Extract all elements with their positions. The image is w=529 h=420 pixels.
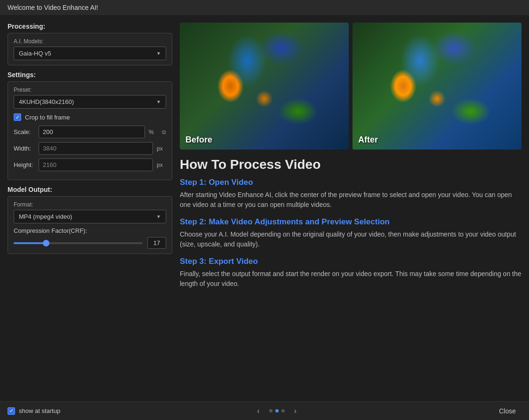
crop-to-fill-checkbox[interactable] [14, 113, 21, 121]
height-label: Height: [14, 161, 35, 168]
settings-section-title: Settings: [8, 71, 172, 79]
slider-track [14, 242, 143, 244]
copy-icon[interactable]: ⧉ [162, 129, 166, 135]
after-label: After [358, 135, 378, 145]
width-input[interactable] [39, 142, 153, 155]
show-at-startup-checkbox[interactable] [8, 407, 15, 415]
bottom-left: show at startup [8, 407, 60, 415]
compression-slider-row [14, 237, 166, 249]
title-bar: Welcome to Video Enhance AI! [0, 0, 529, 15]
processing-box: A.I. Models: Gaia-HQ v5 ▼ [8, 33, 172, 65]
chevron-down-icon: ▼ [156, 214, 161, 219]
step1-text: After starting Video Enhance AI, click t… [180, 190, 521, 210]
right-panel: Before After How To Process Video Step 1… [180, 23, 521, 394]
height-input[interactable] [39, 158, 153, 171]
height-row: Height: px [14, 158, 166, 171]
preset-value: 4KUHD(3840x2160) [19, 98, 74, 105]
after-preview: After [353, 23, 521, 150]
preset-label: Preset: [14, 87, 166, 93]
chevron-down-icon: ▼ [156, 99, 161, 104]
scale-label: Scale: [14, 128, 35, 135]
step3-heading: Step 3: Export Video [180, 257, 521, 266]
instructions-section: How To Process Video Step 1: Open Video … [180, 157, 521, 296]
chevron-down-icon: ▼ [156, 51, 161, 56]
prev-button[interactable]: ‹ [253, 405, 263, 417]
next-button[interactable]: › [290, 405, 300, 417]
processing-section-title: Processing: [8, 23, 172, 30]
crop-checkbox-row: Crop to fill frame [14, 113, 166, 121]
step1: Step 1: Open Video After starting Video … [180, 178, 521, 210]
dot-2[interactable] [275, 409, 279, 412]
crop-to-fill-label: Crop to fill frame [25, 114, 70, 121]
model-output-section: Model Output: Format: MP4 (mpeg4 video) … [8, 186, 172, 254]
scale-unit: % [149, 129, 158, 135]
app-title: Welcome to Video Enhance AI! [8, 4, 98, 11]
step2: Step 2: Make Video Adjustments and Previ… [180, 217, 521, 249]
compression-label: Compression Factor(CRF): [14, 227, 166, 234]
step2-heading: Step 2: Make Video Adjustments and Previ… [180, 217, 521, 227]
format-dropdown[interactable]: MP4 (mpeg4 video) ▼ [14, 210, 166, 223]
how-to-title: How To Process Video [180, 157, 521, 172]
left-panel: Processing: A.I. Models: Gaia-HQ v5 ▼ Se… [8, 23, 172, 394]
step2-text: Choose your A.I. Model depending on the … [180, 230, 521, 249]
bottom-center: ‹ › [253, 405, 300, 417]
step3-text: Finally, select the output format and st… [180, 269, 521, 289]
width-row: Width: px [14, 142, 166, 155]
before-preview: Before [180, 23, 349, 150]
width-label: Width: [14, 145, 35, 152]
compression-value-input[interactable] [147, 237, 166, 249]
model-output-title: Model Output: [8, 186, 172, 193]
preview-row: Before After [180, 23, 521, 150]
step1-heading: Step 1: Open Video [180, 178, 521, 187]
processing-section: Processing: A.I. Models: Gaia-HQ v5 ▼ [8, 23, 172, 65]
format-label: Format: [14, 201, 166, 208]
compression-slider[interactable] [14, 238, 143, 248]
bottom-bar: show at startup ‹ › Close [0, 401, 529, 420]
before-label: Before [185, 135, 212, 145]
scale-row: Scale: % ⧉ [14, 126, 166, 138]
slider-thumb[interactable] [43, 240, 49, 246]
width-unit: px [157, 145, 166, 152]
ai-models-label: A.I. Models: [14, 38, 166, 45]
main-content: Processing: A.I. Models: Gaia-HQ v5 ▼ Se… [0, 15, 529, 401]
step3: Step 3: Export Video Finally, select the… [180, 257, 521, 289]
height-unit: px [157, 162, 166, 168]
settings-section: Settings: Preset: 4KUHD(3840x2160) ▼ Cro… [8, 71, 172, 180]
dot-3[interactable] [281, 409, 285, 412]
page-dots [269, 409, 285, 412]
scale-input[interactable] [39, 126, 145, 138]
close-button[interactable]: Close [493, 404, 521, 418]
settings-box: Preset: 4KUHD(3840x2160) ▼ Crop to fill … [8, 81, 172, 180]
dot-1[interactable] [269, 409, 273, 412]
ai-models-value: Gaia-HQ v5 [19, 50, 51, 57]
slider-fill [14, 242, 46, 244]
format-value: MP4 (mpeg4 video) [19, 213, 72, 220]
ai-models-dropdown[interactable]: Gaia-HQ v5 ▼ [14, 47, 166, 60]
model-output-box: Format: MP4 (mpeg4 video) ▼ Compression … [8, 196, 172, 254]
show-at-startup-label: show at startup [19, 407, 60, 414]
preset-dropdown[interactable]: 4KUHD(3840x2160) ▼ [14, 95, 166, 109]
